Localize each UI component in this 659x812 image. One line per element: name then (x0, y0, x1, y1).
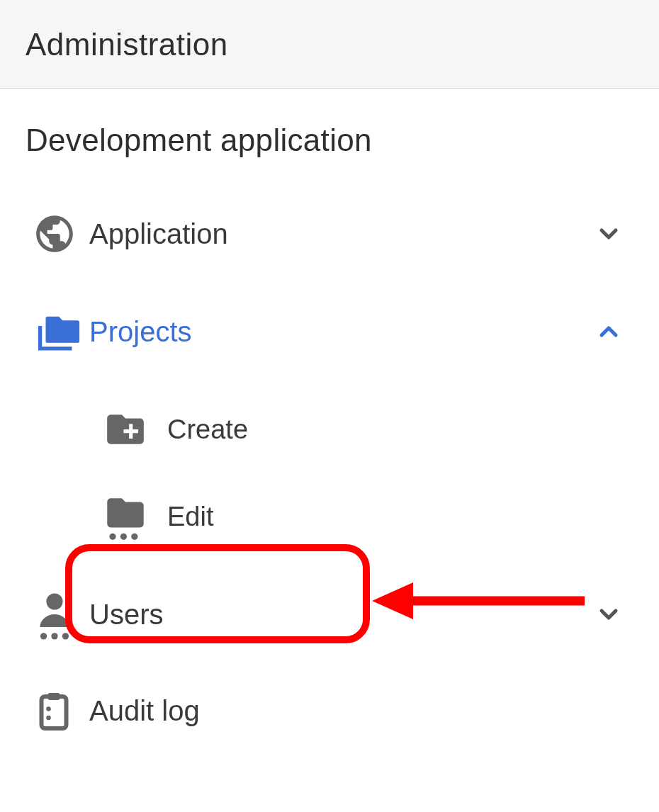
clipboard-icon (26, 689, 89, 732)
svg-rect-7 (42, 697, 67, 728)
svg-point-0 (109, 534, 116, 540)
nav-subitems-projects: Create Edit (26, 388, 633, 562)
nav-item-application[interactable]: Application (26, 199, 633, 269)
nav-item-projects[interactable]: Projects (26, 293, 633, 371)
nav-item-users[interactable]: Users (26, 576, 633, 653)
sub-item-create[interactable]: Create (103, 388, 633, 471)
globe-icon (26, 212, 89, 256)
svg-point-5 (51, 633, 57, 639)
folder-plus-icon (103, 407, 167, 451)
section-title: Development application (26, 123, 633, 158)
nav-item-label: Projects (89, 316, 591, 348)
chevron-down-icon (591, 220, 626, 248)
header-title: Administration (26, 27, 633, 62)
nav-item-label: Application (89, 218, 591, 250)
sub-item-label: Edit (167, 502, 213, 532)
nav-item-label: Users (89, 599, 591, 631)
section-body: Development application Application Proj… (0, 89, 659, 745)
user-dots-icon (26, 589, 89, 640)
folder-dots-icon (103, 491, 167, 542)
admin-header: Administration (0, 0, 659, 89)
svg-point-6 (62, 633, 69, 639)
svg-point-9 (46, 706, 51, 711)
svg-point-4 (40, 633, 47, 639)
svg-point-3 (46, 593, 62, 609)
sub-item-edit[interactable]: Edit (103, 471, 633, 562)
folders-icon (26, 305, 89, 358)
svg-rect-8 (47, 693, 60, 700)
sub-item-label: Create (167, 415, 248, 445)
svg-point-2 (131, 534, 137, 540)
nav-item-label: Audit log (89, 695, 633, 727)
nav-item-audit-log[interactable]: Audit log (26, 677, 633, 745)
svg-point-1 (120, 534, 127, 540)
svg-point-10 (46, 716, 51, 721)
chevron-down-icon (591, 600, 626, 628)
chevron-up-icon (591, 317, 626, 346)
